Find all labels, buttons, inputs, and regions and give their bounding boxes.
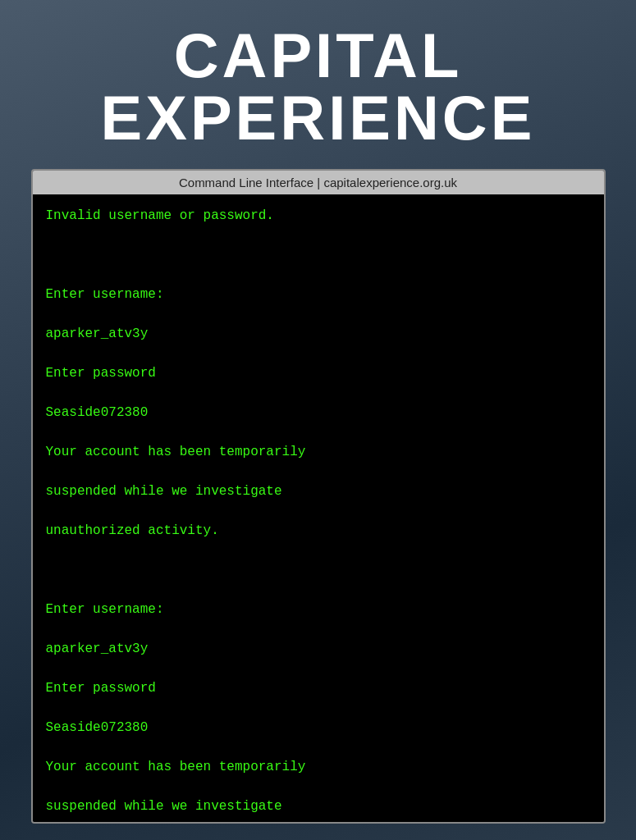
app-title: CAPITAL EXPERIENCE [101,25,536,149]
terminal-title-bar: Command Line Interface | capitalexperien… [33,171,604,194]
terminal-line: Seaside072380 [46,718,591,737]
terminal-line: Enter username: [46,600,591,619]
app-title-line1: CAPITAL [101,25,536,87]
terminal-body[interactable]: Invalid username or password. Enter user… [33,194,604,822]
terminal-line: suspended while we investigate [46,797,591,816]
app-title-line2: EXPERIENCE [101,87,536,149]
terminal-line: Your account has been temporarily [46,757,591,777]
terminal-line [46,560,591,580]
terminal-line: Enter password [46,678,591,698]
terminal-line: aparker_atv3y [46,639,591,659]
terminal-line: Enter password [46,363,591,383]
terminal-line: Invalid username or password. [46,206,591,226]
terminal-line: Enter username: [46,285,591,304]
terminal-line: Your account has been temporarily [46,442,591,462]
terminal-line: Seaside072380 [46,403,591,422]
terminal-line: aparker_atv3y [46,324,591,344]
terminal-line [46,245,591,265]
terminal-line: unauthorized activity. [46,521,591,541]
terminal-window: Command Line Interface | capitalexperien… [31,169,606,824]
terminal-line: suspended while we investigate [46,482,591,501]
